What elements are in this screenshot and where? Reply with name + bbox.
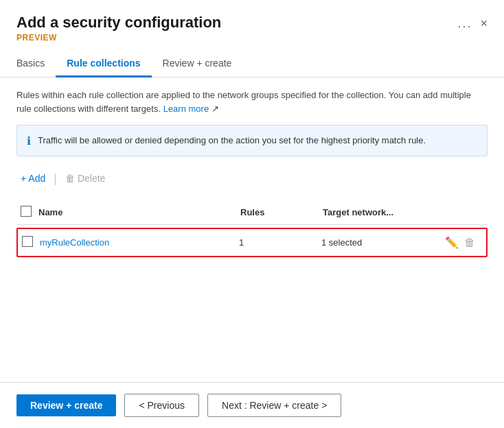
- info-icon: ℹ: [27, 134, 31, 147]
- review-create-button[interactable]: Review + create: [16, 394, 116, 416]
- dialog-title: Add a security configuration: [16, 14, 221, 32]
- table-row: myRuleCollection 1 1 selected ✏️ 🗑: [16, 228, 488, 257]
- dialog: Add a security configuration ... × PREVI…: [0, 0, 504, 428]
- header-checkbox[interactable]: [21, 206, 32, 217]
- tab-rule-collections[interactable]: Rule collections: [56, 51, 151, 78]
- previous-button[interactable]: < Previous: [124, 394, 199, 417]
- tab-basics[interactable]: Basics: [16, 51, 56, 78]
- row-checkbox-cell: [18, 236, 40, 249]
- external-link-icon: ↗: [211, 104, 219, 114]
- row-checkbox[interactable]: [22, 236, 33, 247]
- column-target-network: Target network...: [323, 207, 446, 217]
- toolbar: + Add | 🗑 Delete: [16, 170, 488, 187]
- trash-icon: 🗑: [65, 173, 75, 184]
- preview-label: PREVIEW: [0, 32, 504, 51]
- learn-more-link[interactable]: Learn more: [163, 104, 209, 114]
- delete-label: Delete: [78, 173, 105, 184]
- row-name-link[interactable]: myRuleCollection: [40, 237, 239, 248]
- row-target-network-value: 1 selected: [321, 237, 445, 248]
- header-checkbox-cell: [16, 206, 38, 219]
- row-actions: ✏️ 🗑: [445, 236, 486, 249]
- content-area: Rules within each rule collection are ap…: [0, 78, 504, 271]
- info-banner: ℹ Traffic will be allowed or denied depe…: [16, 125, 488, 156]
- dialog-header-actions: ... ×: [457, 14, 488, 31]
- row-rules-value: 1: [239, 237, 321, 248]
- close-icon[interactable]: ×: [480, 16, 488, 31]
- toolbar-separator: |: [54, 171, 57, 186]
- more-icon[interactable]: ...: [457, 16, 472, 31]
- column-name: Name: [38, 207, 240, 217]
- edit-icon[interactable]: ✏️: [445, 236, 459, 249]
- table-header: Name Rules Target network...: [16, 200, 488, 225]
- table: Name Rules Target network... myRuleColle…: [16, 200, 488, 257]
- column-rules: Rules: [240, 207, 323, 217]
- tab-review-create[interactable]: Review + create: [152, 51, 243, 78]
- add-button[interactable]: + Add: [16, 170, 49, 187]
- tabs: Basics Rule collections Review + create: [0, 51, 504, 78]
- description-text: Rules within each rule collection are ap…: [16, 88, 488, 115]
- row-delete-icon[interactable]: 🗑: [464, 237, 475, 249]
- delete-button[interactable]: 🗑 Delete: [61, 170, 109, 187]
- next-button[interactable]: Next : Review + create >: [207, 394, 341, 417]
- description-main: Rules within each rule collection are ap…: [16, 90, 471, 114]
- dialog-header: Add a security configuration ... ×: [0, 0, 504, 32]
- info-banner-text: Traffic will be allowed or denied depend…: [38, 134, 426, 147]
- footer: Review + create < Previous Next : Review…: [0, 382, 504, 428]
